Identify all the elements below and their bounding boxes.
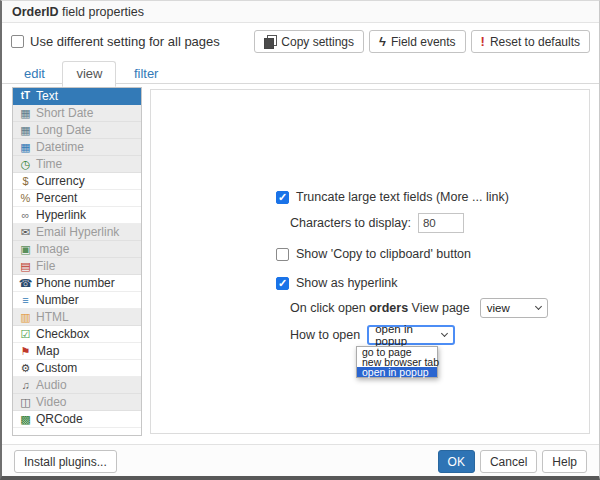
sidebar-item-percent[interactable]: %Percent (13, 190, 141, 207)
title-suffix: field properties (59, 5, 144, 19)
sidebar-item-phone-number[interactable]: ☎Phone number (13, 275, 141, 292)
clock-icon: ◷ (18, 159, 33, 170)
dollar-icon: $ (18, 176, 33, 187)
onclick-text: On click open orders View page (290, 301, 470, 315)
truncate-checkbox[interactable] (276, 191, 289, 204)
calendar-icon: ▦ (18, 108, 33, 119)
field-events-button[interactable]: ϟ Field events (369, 30, 466, 53)
table-name: orders (369, 301, 408, 315)
use-different-setting-checkbox[interactable] (11, 35, 24, 48)
sidebar-item-video[interactable]: ◫Video (13, 394, 141, 411)
sidebar-item-label: Short Date (36, 105, 93, 121)
tab-filter[interactable]: filter (121, 62, 172, 86)
sidebar-item-text[interactable]: tTText (13, 88, 141, 105)
sidebar-item-label: Video (36, 394, 66, 410)
tab-bar: edit view filter (2, 60, 599, 84)
sidebar-item-currency[interactable]: $Currency (13, 173, 141, 190)
use-different-setting-label: Use different setting for all pages (30, 34, 220, 49)
sidebar-item-label: HTML (36, 309, 69, 325)
clipboard-checkbox[interactable] (276, 248, 289, 261)
sidebar-item-label: Email Hyperlink (36, 224, 119, 240)
reset-defaults-label: Reset to defaults (490, 35, 580, 49)
gear-icon: ⚙ (18, 363, 33, 374)
text-icon: tT (18, 91, 33, 101)
field-type-list: tTText ▦Short Date ▦Long Date ▦Datetime … (12, 87, 142, 436)
calendar-icon: ▦ (18, 125, 33, 136)
sidebar-item-label: Checkbox (36, 326, 89, 342)
sidebar-item-hyperlink[interactable]: ∞Hyperlink (13, 207, 141, 224)
view-page-select-value: view (487, 302, 510, 314)
file-icon: ▤ (18, 261, 33, 272)
link-icon: ∞ (18, 210, 33, 221)
copy-icon (264, 35, 276, 48)
sidebar-item-label: File (36, 258, 55, 274)
video-icon: ◫ (18, 397, 33, 408)
tab-edit[interactable]: edit (11, 62, 58, 86)
ordered-list-icon: ≡ (18, 295, 33, 306)
view-page-select[interactable]: view (480, 298, 548, 318)
sidebar-item-html[interactable]: ▥HTML (13, 309, 141, 326)
sidebar-item-file[interactable]: ▤File (13, 258, 141, 275)
how-to-open-select-value: open in popup (375, 323, 442, 347)
clipboard-checkbox-row[interactable]: Show 'Copy to clipboard' button (276, 247, 589, 261)
envelope-icon: ✉ (18, 227, 33, 238)
install-plugins-button[interactable]: Install plugins... (14, 450, 117, 473)
characters-label: Characters to display: (290, 216, 411, 230)
image-icon: ▣ (18, 244, 33, 255)
sidebar-item-qrcode[interactable]: ▩QRCode (13, 411, 141, 428)
characters-row: Characters to display: (276, 213, 589, 233)
sidebar-item-email-hyperlink[interactable]: ✉Email Hyperlink (13, 224, 141, 241)
how-to-open-row: How to open open in popup go to page new… (276, 325, 589, 345)
sidebar-item-label: Long Date (36, 122, 91, 138)
ok-button[interactable]: OK (438, 450, 475, 473)
calendar-icon: ▦ (18, 142, 33, 153)
chevron-down-icon (535, 303, 542, 310)
copy-settings-button[interactable]: Copy settings (254, 30, 364, 53)
sidebar-item-label: Custom (36, 360, 77, 376)
lightning-icon: ϟ (379, 35, 386, 48)
sidebar-item-time[interactable]: ◷Time (13, 156, 141, 173)
footer-bar: Install plugins... OK Cancel Help (2, 444, 599, 476)
option-open-in-popup[interactable]: open in popup (357, 367, 437, 377)
header-row: Use different setting for all pages Copy… (2, 23, 599, 60)
sidebar-item-custom[interactable]: ⚙Custom (13, 360, 141, 377)
truncate-checkbox-row[interactable]: Truncate large text fields (More ... lin… (276, 190, 589, 204)
copy-settings-label: Copy settings (281, 35, 354, 49)
sidebar-item-image[interactable]: ▣Image (13, 241, 141, 258)
use-different-setting-checkbox-row[interactable]: Use different setting for all pages (11, 34, 220, 49)
field-properties-dialog: OrderID field properties Use different s… (0, 0, 600, 480)
sidebar-item-label: Phone number (36, 275, 115, 291)
reset-defaults-button[interactable]: ! Reset to defaults (471, 30, 590, 53)
sidebar-item-datetime[interactable]: ▦Datetime (13, 139, 141, 156)
sidebar-item-short-date[interactable]: ▦Short Date (13, 105, 141, 122)
exclamation-icon: ! (481, 35, 485, 48)
sidebar-item-label: Map (36, 343, 59, 359)
cancel-button[interactable]: Cancel (480, 450, 537, 473)
hyperlink-checkbox[interactable] (276, 277, 289, 290)
sidebar-item-long-date[interactable]: ▦Long Date (13, 122, 141, 139)
onclick-row: On click open orders View page view (276, 298, 589, 318)
sidebar-item-label: Text (36, 88, 58, 104)
sidebar-item-audio[interactable]: ♫Audio (13, 377, 141, 394)
field-name: OrderID (12, 5, 59, 19)
sidebar-item-label: QRCode (36, 411, 83, 427)
clipboard-label: Show 'Copy to clipboard' button (296, 247, 471, 261)
characters-input[interactable] (418, 213, 464, 233)
truncate-label: Truncate large text fields (More ... lin… (296, 190, 509, 204)
music-note-icon: ♫ (18, 380, 33, 391)
sidebar-item-checkbox[interactable]: ☑Checkbox (13, 326, 141, 343)
sidebar-item-label: Time (36, 156, 62, 172)
dialog-title: OrderID field properties (2, 1, 599, 23)
how-to-open-dropdown: go to page new browser tab open in popup (356, 346, 438, 378)
how-to-open-select[interactable]: open in popup (367, 325, 455, 345)
sidebar-item-label: Currency (36, 173, 85, 189)
sidebar-item-label: Datetime (36, 139, 84, 155)
sidebar-item-number[interactable]: ≡Number (13, 292, 141, 309)
tab-view[interactable]: view (62, 61, 116, 87)
header-buttons: Copy settings ϟ Field events ! Reset to … (254, 30, 590, 53)
sidebar-item-label: Image (36, 241, 69, 257)
help-button[interactable]: Help (542, 450, 587, 473)
hyperlink-checkbox-row[interactable]: Show as hyperlink (276, 276, 589, 290)
sidebar-item-label: Percent (36, 190, 77, 206)
sidebar-item-map[interactable]: ⚑Map (13, 343, 141, 360)
